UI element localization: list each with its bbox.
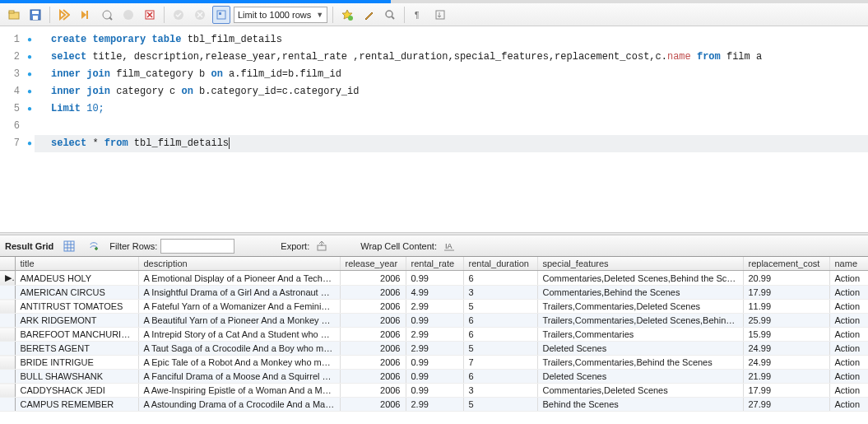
cell[interactable]: Action	[829, 356, 868, 370]
toggle-wrap-icon[interactable]	[431, 6, 449, 24]
column-header[interactable]: replacement_cost	[743, 257, 829, 271]
row-marker[interactable]: ▶	[0, 271, 15, 286]
cell[interactable]: 0.99	[406, 314, 463, 328]
row-marker[interactable]	[0, 384, 15, 398]
cell[interactable]: 2006	[340, 286, 406, 300]
favorite-icon[interactable]	[338, 6, 356, 24]
find-icon[interactable]	[381, 6, 399, 24]
column-header[interactable]: description	[138, 257, 340, 271]
cell[interactable]: Action	[829, 328, 868, 342]
cell[interactable]: 2.99	[406, 398, 463, 412]
code-line[interactable]	[35, 118, 51, 135]
cell[interactable]: 6	[463, 271, 537, 286]
cell[interactable]: Trailers,Commentaries	[537, 328, 743, 342]
cell[interactable]: AMERICAN CIRCUS	[15, 286, 138, 300]
table-row[interactable]: ▶AMADEUS HOLYA Emotional Display of a Pi…	[0, 271, 868, 286]
cell[interactable]: 2.99	[406, 328, 463, 342]
cell[interactable]: A Taut Saga of a Crocodile And a Boy who…	[138, 342, 340, 356]
result-grid-tab[interactable]: Result Grid	[5, 241, 53, 251]
cell[interactable]: Behind the Scenes	[537, 398, 743, 412]
open-file-icon[interactable]	[5, 6, 23, 24]
cell[interactable]: 2006	[340, 356, 406, 370]
cell[interactable]: 2006	[340, 271, 406, 286]
cell[interactable]: 2.99	[406, 342, 463, 356]
cell[interactable]: 0.99	[406, 356, 463, 370]
cell[interactable]: 5	[463, 398, 537, 412]
cell[interactable]: Action	[829, 342, 868, 356]
cell[interactable]: 2006	[340, 342, 406, 356]
table-row[interactable]: BERETS AGENTA Taut Saga of a Crocodile A…	[0, 342, 868, 356]
cell[interactable]: CAMPUS REMEMBER	[15, 398, 138, 412]
cell[interactable]: Action	[829, 271, 868, 286]
code-line[interactable]: Limit 10;	[35, 100, 104, 118]
cell[interactable]: 2006	[340, 370, 406, 384]
cell[interactable]: Commentaries,Deleted Scenes,Behind the S…	[537, 271, 743, 286]
beautify-icon[interactable]	[360, 6, 378, 24]
cell[interactable]: ARK RIDGEMONT	[15, 314, 138, 328]
cell[interactable]: 17.99	[743, 384, 829, 398]
cell[interactable]: 7	[463, 356, 537, 370]
cell[interactable]: Trailers,Commentaries,Deleted Scenes	[537, 300, 743, 314]
code-line[interactable]: select * from tbl_film_details	[35, 135, 868, 152]
cell[interactable]: Action	[829, 370, 868, 384]
column-header[interactable]: rental_duration	[463, 257, 537, 271]
sql-editor[interactable]: 1●create temporary table tbl_film_detail…	[0, 26, 868, 232]
cell[interactable]: 6	[463, 370, 537, 384]
cell[interactable]: CADDYSHACK JEDI	[15, 384, 138, 398]
code-line[interactable]: select title, description,release_year,r…	[35, 49, 762, 66]
row-marker[interactable]	[0, 398, 15, 412]
result-grid[interactable]: titledescriptionrelease_yearrental_rater…	[0, 257, 868, 412]
row-limit-dropdown[interactable]: Limit to 1000 rows ▼	[234, 7, 327, 23]
cell[interactable]: 6	[463, 314, 537, 328]
cell[interactable]: 0.99	[406, 384, 463, 398]
cell[interactable]: A Insightful Drama of a Girl And a Astro…	[138, 286, 340, 300]
cell[interactable]: 3	[463, 286, 537, 300]
row-marker[interactable]	[0, 370, 15, 384]
cell[interactable]: BULL SHAWSHANK	[15, 370, 138, 384]
cell[interactable]: A Astounding Drama of a Crocodile And a …	[138, 398, 340, 412]
cell[interactable]: Action	[829, 314, 868, 328]
table-row[interactable]: AMERICAN CIRCUSA Insightful Drama of a G…	[0, 286, 868, 300]
code-line[interactable]: create temporary table tbl_film_details	[35, 31, 282, 49]
cell[interactable]: ANTITRUST TOMATOES	[15, 300, 138, 314]
table-row[interactable]: BAREFOOT MANCHURIANA Intrepid Story of a…	[0, 328, 868, 342]
cell[interactable]: 24.99	[743, 356, 829, 370]
cell[interactable]: BAREFOOT MANCHURIAN	[15, 328, 138, 342]
cell[interactable]: Deleted Scenes	[537, 370, 743, 384]
row-marker[interactable]	[0, 300, 15, 314]
save-icon[interactable]	[26, 6, 44, 24]
cell[interactable]: Commentaries,Behind the Scenes	[537, 286, 743, 300]
cell[interactable]: 2006	[340, 384, 406, 398]
cell[interactable]: Trailers,Commentaries,Behind the Scenes	[537, 356, 743, 370]
cell[interactable]: A Epic Tale of a Robot And a Monkey who …	[138, 356, 340, 370]
cell[interactable]: BRIDE INTRIGUE	[15, 356, 138, 370]
cell[interactable]: 17.99	[743, 286, 829, 300]
cancel-icon[interactable]	[141, 6, 159, 24]
cell[interactable]: Trailers,Commentaries,Deleted Scenes,Beh…	[537, 314, 743, 328]
cell[interactable]: 21.99	[743, 370, 829, 384]
table-row[interactable]: CAMPUS REMEMBERA Astounding Drama of a C…	[0, 398, 868, 412]
cell[interactable]: Action	[829, 384, 868, 398]
table-row[interactable]: BULL SHAWSHANKA Fanciful Drama of a Moos…	[0, 370, 868, 384]
row-marker[interactable]	[0, 328, 15, 342]
table-row[interactable]: BRIDE INTRIGUEA Epic Tale of a Robot And…	[0, 356, 868, 370]
column-header[interactable]: release_year	[340, 257, 406, 271]
explain-icon[interactable]	[98, 6, 116, 24]
cell[interactable]: 2006	[340, 328, 406, 342]
cell[interactable]: AMADEUS HOLY	[15, 271, 138, 286]
execute-icon[interactable]	[55, 6, 73, 24]
cell[interactable]: Action	[829, 398, 868, 412]
row-marker[interactable]	[0, 286, 15, 300]
row-marker[interactable]	[0, 356, 15, 370]
cell[interactable]: A Intrepid Story of a Cat And a Student …	[138, 328, 340, 342]
cell[interactable]: 3	[463, 384, 537, 398]
column-header[interactable]: name	[829, 257, 868, 271]
cell[interactable]: A Fateful Yarn of a Womanizer And a Femi…	[138, 300, 340, 314]
code-line[interactable]: inner join category c on b.category_id=c…	[35, 83, 359, 100]
code-line[interactable]: inner join film_category b on a.film_id=…	[35, 66, 341, 83]
cell[interactable]: A Beautiful Yarn of a Pioneer And a Monk…	[138, 314, 340, 328]
cell[interactable]: 2006	[340, 314, 406, 328]
filter-toggle-icon[interactable]	[85, 237, 103, 255]
cell[interactable]: A Emotional Display of a Pioneer And a T…	[138, 271, 340, 286]
execute-current-icon[interactable]	[77, 6, 95, 24]
